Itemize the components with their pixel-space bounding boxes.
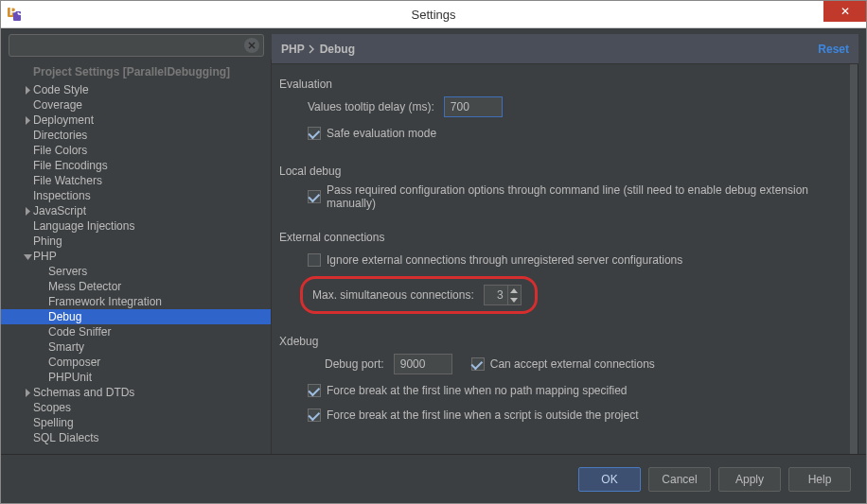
force-break-nomap-checkbox[interactable] [308, 384, 321, 397]
tree-item-label: Phing [33, 235, 62, 248]
tree-item-coverage[interactable]: Coverage [1, 97, 271, 113]
tree-item-label: Code Sniffer [48, 325, 112, 339]
ignore-external-checkbox[interactable] [308, 253, 321, 267]
tree-item-label: File Watchers [33, 174, 102, 187]
spinner-up-icon[interactable] [508, 286, 521, 295]
tree-item-label: Language Injections [33, 219, 134, 233]
tree-item-file-colors[interactable]: File Colors [1, 143, 271, 158]
tree-item-phpunit[interactable]: PHPUnit [1, 370, 271, 385]
apply-button[interactable]: Apply [718, 467, 781, 492]
tree-item-label: Coverage [33, 98, 82, 112]
close-button[interactable]: ✕ [823, 1, 866, 22]
close-icon: ✕ [840, 5, 850, 18]
max-connections-value[interactable] [485, 288, 507, 302]
tree-item-sql-dialects[interactable]: SQL Dialects [1, 430, 271, 445]
debug-port-label: Debug port: [325, 357, 384, 371]
titlebar: PS Settings ✕ [1, 1, 866, 28]
tree-item-php[interactable]: PHP [1, 249, 271, 264]
tree-item-servers[interactable]: Servers [1, 264, 271, 279]
tree-item-javascript[interactable]: JavaScript [1, 203, 271, 218]
safe-eval-checkbox[interactable] [308, 127, 321, 140]
tree-item-file-encodings[interactable]: File Encodings [1, 158, 271, 173]
force-break-nomap-label: Force break at the first line when no pa… [327, 384, 628, 397]
clear-search-icon[interactable] [244, 38, 259, 53]
tree-item-label: Framework Integration [48, 295, 162, 308]
tree-item-label: Composer [48, 356, 100, 369]
max-connections-highlight: Max. simultaneous connections: [300, 276, 538, 314]
tree-item-label: Mess Detector [48, 280, 121, 293]
tree-item-scopes[interactable]: Scopes [1, 400, 271, 415]
tree-item-label: Debug [48, 310, 81, 323]
chevron-right-icon [309, 44, 316, 54]
window-title: Settings [412, 8, 456, 22]
tree-item-label: Servers [48, 265, 87, 278]
tree-item-label: File Colors [33, 144, 87, 157]
tree-arrow-icon [22, 114, 33, 126]
panel-scrollbar[interactable] [850, 64, 858, 454]
cancel-button[interactable]: Cancel [648, 467, 711, 492]
reset-link[interactable]: Reset [818, 43, 849, 56]
settings-sidebar: Project Settings [ParallelDebugging] Cod… [1, 28, 272, 454]
force-break-outside-label: Force break at the first line when a scr… [327, 408, 639, 422]
tree-item-debug[interactable]: Debug [1, 309, 271, 324]
max-connections-input[interactable] [484, 285, 522, 305]
tree-item-mess-detector[interactable]: Mess Detector [1, 279, 271, 294]
ok-button[interactable]: OK [578, 467, 641, 492]
tree-item-label: SQL Dialects [33, 431, 99, 444]
breadcrumb-debug: Debug [320, 43, 355, 56]
section-xdebug: Xdebug [279, 335, 842, 348]
accept-external-checkbox[interactable] [471, 357, 485, 371]
tree-item-spelling[interactable]: Spelling [1, 415, 271, 430]
pass-config-label: Pass required configuration options thro… [327, 183, 833, 210]
ignore-external-label: Ignore external connections through unre… [327, 253, 682, 267]
settings-tree[interactable]: Project Settings [ParallelDebugging] Cod… [1, 60, 272, 454]
section-evaluation: Evaluation [279, 78, 842, 91]
tree-item-label: Schemas and DTDs [33, 386, 134, 399]
debug-port-input[interactable] [394, 354, 452, 374]
tree-item-smarty[interactable]: Smarty [1, 339, 271, 355]
tree-arrow-icon [22, 251, 33, 262]
tree-item-directories[interactable]: Directories [1, 128, 271, 143]
tree-arrow-icon [22, 387, 33, 398]
tree-arrow-icon [22, 205, 33, 217]
pass-config-checkbox[interactable] [308, 190, 321, 203]
search-input[interactable] [9, 34, 264, 57]
force-break-outside-checkbox[interactable] [308, 408, 321, 422]
project-settings-header: Project Settings [ParallelDebugging] [1, 60, 271, 82]
tree-item-label: Inspections [33, 189, 91, 202]
tree-item-label: JavaScript [33, 204, 86, 217]
tree-item-label: Code Style [33, 83, 89, 96]
tree-item-label: File Encodings [33, 159, 108, 172]
tree-item-label: Deployment [33, 113, 94, 127]
tree-item-code-style[interactable]: Code Style [1, 82, 271, 97]
section-external: External connections [279, 231, 842, 244]
tree-item-label: PHPUnit [48, 371, 92, 384]
dialog-footer: OK Cancel Apply Help [1, 454, 866, 503]
tree-item-inspections[interactable]: Inspections [1, 188, 271, 203]
tree-item-phing[interactable]: Phing [1, 234, 271, 249]
tree-item-label: PHP [33, 250, 57, 263]
tree-item-label: Directories [33, 129, 87, 142]
tree-item-schemas-and-dtds[interactable]: Schemas and DTDs [1, 385, 271, 400]
spinner-down-icon[interactable] [508, 295, 521, 304]
safe-eval-label: Safe evaluation mode [327, 127, 436, 140]
max-connections-label: Max. simultaneous connections: [312, 288, 474, 302]
tooltip-delay-input[interactable] [444, 96, 503, 117]
settings-detail: PHP Debug Reset Evaluation Values toolti… [272, 28, 866, 454]
tree-item-framework-integration[interactable]: Framework Integration [1, 294, 271, 309]
tree-item-composer[interactable]: Composer [1, 355, 271, 370]
tree-item-file-watchers[interactable]: File Watchers [1, 173, 271, 188]
tree-arrow-icon [22, 84, 33, 96]
svg-text:PS: PS [9, 6, 24, 18]
tree-item-code-sniffer[interactable]: Code Sniffer [1, 324, 271, 339]
tree-item-label: Spelling [33, 416, 74, 429]
accept-external-label: Can accept external connections [490, 357, 655, 371]
tree-item-label: Scopes [33, 401, 71, 414]
tooltip-delay-label: Values tooltip delay (ms): [308, 100, 434, 113]
content-area: Project Settings [ParallelDebugging] Cod… [1, 28, 866, 454]
tree-item-language-injections[interactable]: Language Injections [1, 218, 271, 234]
breadcrumb: PHP Debug Reset [272, 34, 858, 64]
tree-item-deployment[interactable]: Deployment [1, 113, 271, 128]
help-button[interactable]: Help [788, 467, 851, 492]
settings-panel: Evaluation Values tooltip delay (ms): Sa… [272, 64, 858, 454]
